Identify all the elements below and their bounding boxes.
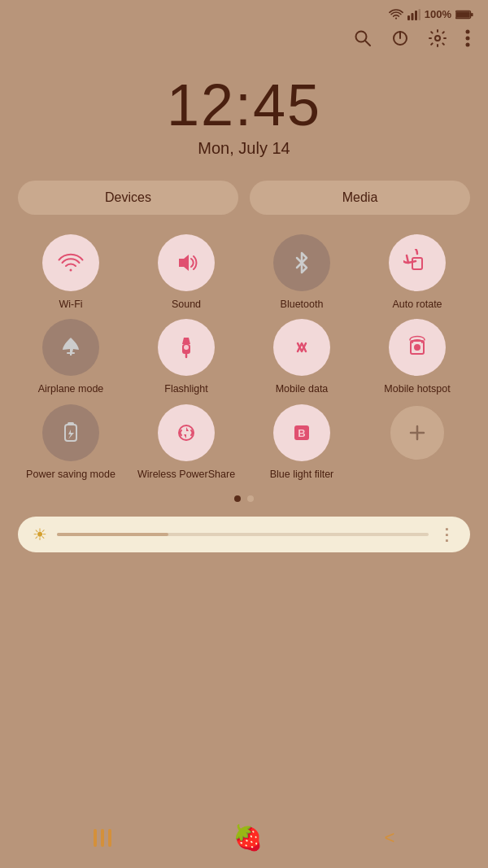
tab-devices[interactable]: Devices — [18, 181, 238, 215]
toggle-wirelessshare-circle — [158, 404, 215, 461]
svg-rect-6 — [471, 12, 473, 15]
status-bar: 100% — [0, 0, 488, 24]
nav-line-1 — [94, 829, 97, 847]
svg-rect-5 — [456, 11, 470, 18]
toggle-bluetooth[interactable]: Bluetooth — [244, 234, 359, 311]
battery-percent: 100% — [425, 8, 451, 20]
nav-line-2 — [101, 829, 104, 847]
svg-line-8 — [365, 41, 370, 46]
toggle-bluelight-circle: B — [273, 404, 330, 461]
page-dot-2[interactable] — [247, 495, 254, 502]
toggle-wirelessshare[interactable]: Wireless PowerShare — [129, 404, 244, 481]
svg-point-12 — [466, 30, 470, 34]
toggle-powersave[interactable]: Power saving mode — [13, 404, 129, 481]
svg-point-14 — [466, 43, 470, 47]
svg-point-13 — [466, 37, 470, 41]
toggle-airplane[interactable]: Airplane mode — [13, 319, 129, 395]
toggle-flashlight[interactable]: Flashlight — [129, 319, 244, 395]
brightness-more-icon[interactable]: ⋮ — [438, 525, 455, 544]
action-bar — [0, 24, 488, 61]
toggle-plus-circle — [389, 404, 446, 461]
toggle-autorotate[interactable]: Auto rotate — [359, 234, 475, 311]
wifi-status-icon — [389, 9, 403, 20]
svg-point-22 — [414, 344, 420, 351]
toggle-flashlight-circle — [158, 319, 215, 376]
recents-button[interactable] — [94, 829, 111, 847]
toggle-hotspot[interactable]: Mobile hotspot — [359, 319, 475, 395]
toggle-plus[interactable] — [359, 404, 475, 481]
bottom-nav: 🍓 < — [0, 812, 488, 868]
toggle-autorotate-circle — [389, 234, 446, 291]
toggle-bluetooth-circle — [273, 234, 330, 291]
toggle-wirelessshare-label: Wireless PowerShare — [137, 468, 235, 481]
brightness-bar-fill — [57, 533, 168, 536]
toggle-hotspot-label: Mobile hotspot — [384, 382, 450, 395]
toggle-mobiledata[interactable]: Mobile data — [244, 319, 359, 395]
svg-rect-0 — [407, 15, 410, 20]
brightness-bar-container[interactable]: ☀ ⋮ — [18, 517, 470, 552]
toggle-bluelight-label: Blue light filter — [270, 468, 334, 481]
tabs-section: Devices Media — [0, 163, 488, 228]
settings-icon[interactable] — [428, 28, 447, 53]
svg-rect-1 — [411, 13, 413, 20]
toggle-wifi-circle — [42, 234, 99, 291]
svg-rect-24 — [68, 422, 74, 425]
page-dot-1[interactable] — [234, 495, 241, 502]
battery-icon — [455, 10, 473, 20]
clock-date: Mon, July 14 — [0, 139, 488, 158]
toggle-autorotate-label: Auto rotate — [392, 298, 442, 311]
toggle-sound-label: Sound — [172, 298, 201, 311]
toggle-powersave-circle — [42, 404, 99, 461]
svg-rect-3 — [418, 9, 420, 20]
toggle-airplane-circle — [42, 319, 99, 376]
more-icon[interactable] — [465, 28, 470, 53]
toggles-grid: Wi-Fi Sound Bluetooth A — [0, 228, 488, 484]
toggle-flashlight-label: Flashlight — [164, 382, 208, 395]
search-icon[interactable] — [353, 28, 373, 53]
toggle-bluetooth-label: Bluetooth — [281, 298, 324, 311]
signal-icon — [407, 9, 420, 20]
toggle-sound-circle — [158, 234, 215, 291]
brightness-section: ☀ ⋮ — [0, 510, 488, 562]
power-icon[interactable] — [390, 28, 410, 53]
clock-section: 12:45 Mon, July 14 — [0, 61, 488, 163]
nav-line-3 — [108, 829, 111, 847]
svg-point-20 — [184, 345, 189, 350]
svg-rect-2 — [415, 11, 417, 20]
tab-media[interactable]: Media — [250, 181, 470, 215]
toggle-powersave-label: Power saving mode — [26, 468, 115, 481]
svg-marker-15 — [179, 255, 189, 271]
svg-rect-16 — [412, 258, 422, 269]
svg-text:B: B — [298, 427, 305, 439]
brightness-bar[interactable] — [57, 533, 429, 536]
toggle-wifi[interactable]: Wi-Fi — [13, 234, 129, 311]
svg-point-11 — [435, 36, 440, 41]
toggle-mobiledata-circle — [273, 319, 330, 376]
toggle-bluelight[interactable]: B Blue light filter — [244, 404, 359, 481]
toggle-airplane-label: Airplane mode — [38, 382, 104, 395]
toggle-hotspot-circle — [389, 319, 446, 376]
status-icons: 100% — [389, 8, 473, 20]
toggle-sound[interactable]: Sound — [129, 234, 244, 311]
page-dots — [0, 495, 488, 502]
back-button[interactable]: < — [384, 827, 394, 848]
home-button[interactable]: 🍓 — [233, 823, 263, 852]
toggle-wifi-label: Wi-Fi — [59, 298, 82, 311]
brightness-sun-icon: ☀ — [33, 525, 47, 544]
clock-time: 12:45 — [0, 76, 488, 134]
toggle-mobiledata-label: Mobile data — [276, 382, 329, 395]
